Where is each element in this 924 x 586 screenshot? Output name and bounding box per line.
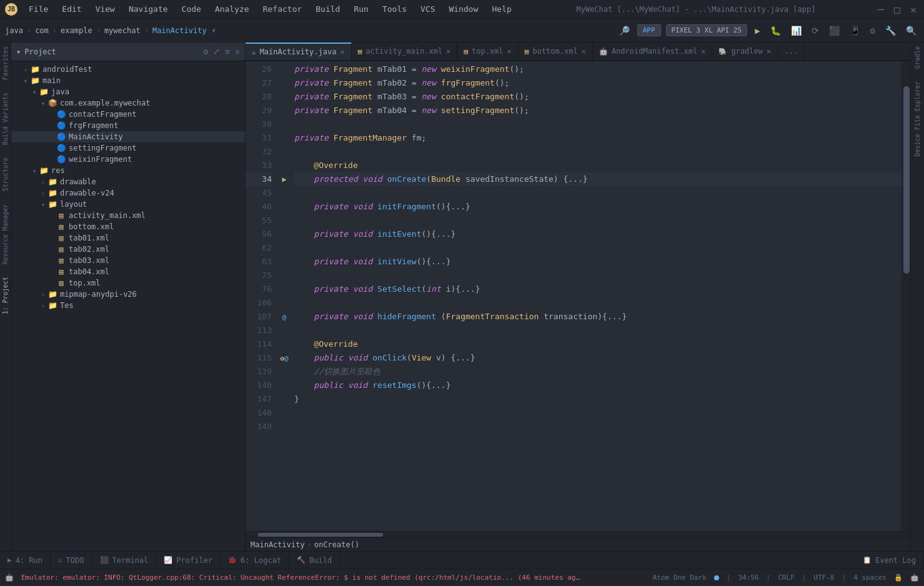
hscroll-thumb[interactable] xyxy=(258,533,383,537)
tree-mainactivity[interactable]: 🔵 MainActivity xyxy=(11,131,245,142)
project-title[interactable]: ▾ Project xyxy=(16,47,56,56)
bottom-tab-run[interactable]: ▶ 4: Run xyxy=(0,552,51,569)
bottom-tab-build[interactable]: 🔨 Build xyxy=(289,552,340,569)
menu-help[interactable]: Help xyxy=(490,3,514,15)
bottom-tab-event-log[interactable]: 📋 Event Log xyxy=(855,552,924,569)
tree-layout[interactable]: ▾ 📁 layout xyxy=(11,199,245,210)
breadcrumb-com[interactable]: com xyxy=(35,26,49,35)
status-error-text[interactable]: Emulator: emulator: INFO: QtLogger.cpp:6… xyxy=(21,574,584,582)
right-strip-gradle[interactable]: Gradle xyxy=(914,46,921,69)
ebreadcrumb-mainactivity[interactable]: MainActivity xyxy=(251,540,305,549)
menu-tools[interactable]: Tools xyxy=(380,3,409,15)
app-selector[interactable]: APP xyxy=(637,24,661,36)
tab-androidmanifest[interactable]: 🤖 AndroidManifest.xml ✕ xyxy=(593,42,713,60)
bottom-tab-terminal[interactable]: ⬛ Terminal xyxy=(92,552,157,569)
bottom-tab-profiler[interactable]: 📈 Profiler xyxy=(156,552,221,569)
sidebar-favorites[interactable]: Favorites xyxy=(2,46,9,80)
project-expand-icon[interactable]: ⤢ xyxy=(213,47,220,56)
tree-tab01-xml[interactable]: ▤ tab01.xml xyxy=(11,232,245,244)
tree-tes-partial[interactable]: › 📁 Tes xyxy=(11,300,245,311)
menu-build[interactable]: Build xyxy=(313,3,342,15)
menu-navigate[interactable]: Navigate xyxy=(126,3,171,15)
run-button[interactable]: ▶ xyxy=(752,24,762,37)
status-line-ending[interactable]: CRLF xyxy=(778,574,795,582)
status-indent[interactable]: 4 spaces xyxy=(853,574,887,582)
tab-gradlew[interactable]: 🐘 gradlew ✕ xyxy=(712,42,778,60)
sidebar-build-variants[interactable]: Build Variants xyxy=(2,92,9,145)
tab-close-icon[interactable]: ✕ xyxy=(701,47,705,56)
search-everywhere-button[interactable]: 🔍 xyxy=(903,24,919,37)
tree-activity-main-xml[interactable]: ▤ activity_main.xml xyxy=(11,210,245,221)
project-settings-icon[interactable]: ⚙ xyxy=(204,47,209,56)
menu-analyze[interactable]: Analyze xyxy=(212,3,252,15)
menu-run[interactable]: Run xyxy=(351,3,370,15)
project-close-icon[interactable]: ✕ xyxy=(235,47,240,56)
maximize-button[interactable]: □ xyxy=(894,5,903,14)
status-encoding[interactable]: UTF-8 xyxy=(813,574,834,582)
breadcrumb-java[interactable]: java xyxy=(5,26,23,35)
menu-view[interactable]: View xyxy=(93,3,117,15)
tab-mainactivity[interactable]: ☕ MainActivity.java ✕ xyxy=(246,42,352,60)
ebreadcrumb-oncreate[interactable]: onCreate() xyxy=(314,540,359,549)
tree-settingfragment[interactable]: 🔵 settingFragment xyxy=(11,142,245,154)
breadcrumb-mainactivity[interactable]: MainActivity xyxy=(152,26,207,35)
right-strip-device-file-explorer[interactable]: Device File Explorer xyxy=(914,81,921,156)
tab-bottom-xml[interactable]: ▤ bottom.xml ✕ xyxy=(519,42,593,60)
settings-button[interactable]: 🔧 xyxy=(883,24,898,37)
code-editor[interactable]: 26 27 28 29 30 31 32 33 34 45 46 55 56 6… xyxy=(246,61,910,531)
close-button[interactable]: ✕ xyxy=(910,5,919,14)
tab-close-icon[interactable]: ✕ xyxy=(446,47,450,56)
tree-res[interactable]: ▾ 📁 res xyxy=(11,165,245,176)
debug-button[interactable]: 🐛 xyxy=(768,24,783,37)
code-content[interactable]: private Fragment mTab01 = new weixinFrag… xyxy=(292,61,902,531)
apply-changes-button[interactable]: ⟳ xyxy=(809,24,822,37)
tree-frgfragment[interactable]: 🔵 frgFragment xyxy=(11,120,245,131)
editor-scrollbar[interactable] xyxy=(902,61,910,531)
tree-contactfragment[interactable]: 🔵 contactFragment xyxy=(11,109,245,120)
tree-bottom-xml[interactable]: ▤ bottom.xml xyxy=(11,221,245,232)
toolbar-search-icon[interactable]: 🔎 xyxy=(617,24,632,37)
breadcrumb-example[interactable]: example xyxy=(61,26,92,35)
tab-close-icon[interactable]: ✕ xyxy=(767,47,771,56)
tab-activity-main-xml[interactable]: ▤ activity_main.xml ✕ xyxy=(352,42,458,60)
tree-drawable-v24[interactable]: › 📁 drawable-v24 xyxy=(11,187,245,199)
profile-button[interactable]: 📊 xyxy=(788,24,804,37)
tree-mipmap[interactable]: › 📁 mipmap-anydpi-v26 xyxy=(11,289,245,300)
tree-tab03-xml[interactable]: ▤ tab03.xml xyxy=(11,255,245,266)
bottom-tab-todo[interactable]: ☑ TODO xyxy=(51,552,92,569)
stop-button[interactable]: ⬛ xyxy=(827,24,842,37)
sdk-manager-button[interactable]: ⚙ xyxy=(868,24,878,37)
sidebar-resource-manager[interactable]: Resource Manager xyxy=(2,204,9,264)
tree-tab02-xml[interactable]: ▤ tab02.xml xyxy=(11,244,245,255)
tree-main[interactable]: ▾ 📁 main xyxy=(11,75,245,86)
tree-top-xml[interactable]: ▤ top.xml xyxy=(11,277,245,289)
run-gutter-icon[interactable]: ▶ xyxy=(277,172,292,186)
breadcrumb-mywechat[interactable]: mywechat xyxy=(104,26,141,35)
bottom-tab-logcat[interactable]: 🐞 6: Logcat xyxy=(221,552,289,569)
minimize-button[interactable]: ─ xyxy=(878,5,887,14)
tree-java[interactable]: ▾ 📁 java xyxy=(11,86,245,97)
tab-more[interactable]: ... xyxy=(778,42,805,60)
sidebar-structure[interactable]: Structure xyxy=(2,157,9,191)
editor-hscroll[interactable] xyxy=(246,531,910,537)
scrollbar-thumb[interactable] xyxy=(903,86,910,274)
status-theme[interactable]: Atom One Dark xyxy=(653,574,707,582)
tab-close-icon[interactable]: ✕ xyxy=(340,47,344,56)
tree-com-example[interactable]: ▾ 📦 com.example.mywechat xyxy=(11,97,245,109)
menu-window[interactable]: Window xyxy=(447,3,481,15)
tree-tab04-xml[interactable]: ▤ tab04.xml xyxy=(11,266,245,277)
menu-vcs[interactable]: VCS xyxy=(418,3,437,15)
sidebar-project[interactable]: 1: Project xyxy=(2,277,9,314)
menu-file[interactable]: File xyxy=(26,3,51,15)
device-selector[interactable]: PIXEL 3 XL API 25 xyxy=(666,24,748,36)
tab-top-xml[interactable]: ▤ top.xml ✕ xyxy=(457,42,518,60)
menu-edit[interactable]: Edit xyxy=(59,3,84,15)
tree-weixinfragment[interactable]: 🔵 weixinFragment xyxy=(11,154,245,165)
menu-refactor[interactable]: Refactor xyxy=(261,3,305,15)
tree-androidtest[interactable]: › 📁 androidTest xyxy=(11,64,245,75)
project-gear-icon[interactable]: ≡ xyxy=(225,47,230,56)
tab-close-icon[interactable]: ✕ xyxy=(582,47,586,56)
tab-close-icon[interactable]: ✕ xyxy=(507,47,512,56)
menu-code[interactable]: Code xyxy=(179,3,204,15)
avd-manager-button[interactable]: 📱 xyxy=(847,24,863,37)
